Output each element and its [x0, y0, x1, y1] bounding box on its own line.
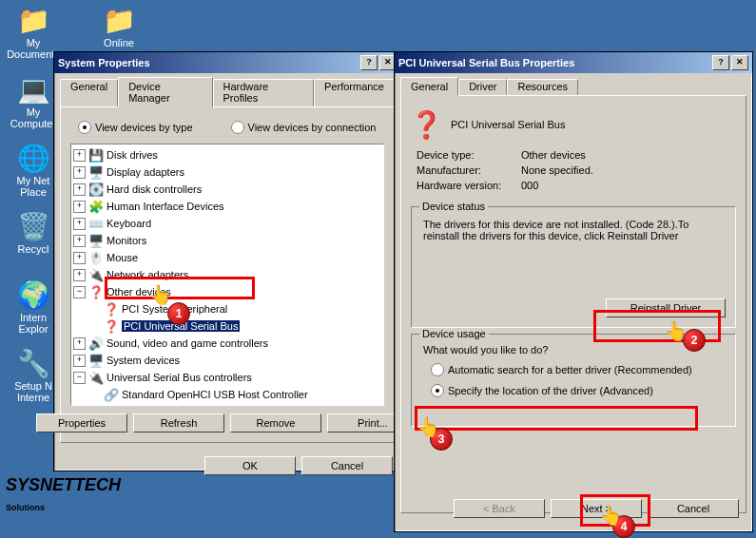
device-icon: 🖥️ — [88, 233, 104, 248]
tab-panel: ❓ PCI Universal Serial Bus Device type:O… — [400, 95, 746, 513]
ok-button[interactable]: OK — [204, 456, 296, 475]
tree-item[interactable]: +💽Hard disk controllers — [73, 181, 381, 198]
tree-item[interactable]: +🖥️System devices — [73, 352, 381, 369]
device-usage-group: Device usage What would you like to do? … — [411, 334, 736, 427]
tree-item[interactable]: −🔌Universal Serial Bus controllers — [73, 369, 381, 386]
tree-expander[interactable]: − — [73, 286, 86, 298]
tree-item[interactable]: +🖥️Monitors — [73, 232, 381, 249]
reinstall-driver-button[interactable]: Reinstall Driver — [606, 298, 726, 317]
tree-item[interactable]: +🖥️Display adapters — [73, 163, 381, 181]
tree-expander[interactable]: + — [73, 337, 86, 350]
folder-icon: 📁 — [18, 5, 48, 35]
question-icon: ❓ — [411, 109, 441, 140]
device-icon: 🖱️ — [88, 250, 104, 265]
tabs: General Device Manager Hardware Profiles… — [54, 73, 400, 106]
desktop-icon-online[interactable]: 📁Online — [90, 5, 147, 48]
close-button[interactable]: ✕ — [731, 55, 748, 70]
tree-item[interactable]: +⌨️Keyboard — [73, 215, 381, 232]
device-icon: ⌨️ — [88, 216, 104, 231]
cancel-button[interactable]: Cancel — [648, 499, 739, 518]
tree-item[interactable]: +🖱️Mouse — [73, 249, 381, 266]
manufacturer-value: None specified. — [521, 164, 593, 176]
device-name: PCI Universal Serial Bus — [451, 119, 565, 130]
tree-expander[interactable]: + — [73, 269, 86, 281]
tree-item[interactable]: −❓Other devices — [73, 283, 381, 300]
hardware-version-value: 000 — [521, 180, 538, 191]
remove-button[interactable]: Remove — [230, 413, 321, 432]
radio-auto-search[interactable]: Automatic search for a better driver (Re… — [419, 361, 727, 378]
tree-item[interactable]: +💾Disk drives — [73, 146, 381, 163]
titlebar[interactable]: PCI Universal Serial Bus Properties ? ✕ — [395, 52, 752, 73]
tree-item[interactable]: ❓PCI Universal Serial Bus — [73, 317, 381, 335]
radio-view-by-type[interactable]: View devices by type — [78, 121, 193, 134]
device-usage-legend: Device usage — [419, 328, 489, 339]
tree-expander[interactable]: + — [73, 235, 86, 247]
tree-expander[interactable]: + — [73, 183, 86, 196]
tab-general[interactable]: General — [60, 79, 118, 106]
tree-item[interactable]: 🔗USB Root Hub — [73, 403, 381, 406]
folder-icon: 📁 — [104, 5, 134, 35]
device-icon: 🔌 — [88, 267, 104, 282]
trash-icon: 🗑️ — [18, 211, 48, 241]
wrench-icon: 🔧 — [18, 348, 48, 378]
tree-label: Monitors — [107, 235, 146, 246]
tab-device-manager[interactable]: Device Manager — [118, 77, 212, 107]
tree-label: Keyboard — [107, 218, 151, 229]
tab-driver[interactable]: Driver — [458, 79, 507, 95]
tree-label: Other devices — [107, 286, 171, 298]
tree-label: PCI Universal Serial Bus — [122, 320, 240, 332]
tree-expander[interactable]: + — [73, 166, 86, 179]
radio-specify-location[interactable]: Specify the location of the driver (Adva… — [419, 378, 727, 403]
device-type-value: Other devices — [521, 149, 586, 161]
tree-label: Mouse — [107, 252, 138, 263]
computer-icon: 💻 — [18, 74, 48, 105]
device-icon: 🖥️ — [88, 353, 104, 368]
tab-performance[interactable]: Performance — [314, 79, 395, 106]
device-icon: 🔗 — [104, 404, 119, 406]
tab-general[interactable]: General — [400, 77, 458, 96]
back-button[interactable]: < Back — [454, 499, 545, 518]
device-type-label: Device type: — [417, 149, 521, 161]
tab-resources[interactable]: Resources — [507, 79, 578, 95]
tree-label: Display adapters — [107, 166, 184, 178]
device-icon: 💾 — [88, 147, 104, 163]
tree-item[interactable]: +🧩Human Interface Devices — [73, 198, 381, 215]
device-icon: 🧩 — [88, 199, 104, 214]
next-button[interactable]: Next > — [551, 499, 642, 518]
device-tree[interactable]: +💾Disk drives+🖥️Display adapters+💽Hard d… — [70, 144, 384, 406]
radio-view-by-connection[interactable]: View devices by connection — [231, 121, 377, 134]
device-icon: 🔗 — [104, 387, 119, 402]
device-status-legend: Device status — [419, 201, 488, 212]
device-icon: 💽 — [88, 182, 104, 197]
device-icon: 🔊 — [88, 336, 104, 351]
tree-expander[interactable]: + — [73, 218, 86, 230]
tree-expander[interactable]: + — [73, 252, 86, 264]
tab-hardware-profiles[interactable]: Hardware Profiles — [213, 79, 314, 106]
refresh-button[interactable]: Refresh — [133, 413, 224, 432]
tree-expander[interactable]: + — [73, 355, 86, 367]
properties-button[interactable]: Properties — [36, 413, 127, 432]
window-title: System Properties — [58, 57, 150, 68]
tree-item[interactable]: +🔊Sound, video and game controllers — [73, 335, 381, 352]
tree-label: Human Interface Devices — [107, 201, 224, 212]
device-icon: ❓ — [104, 318, 119, 334]
device-status-text: The drivers for this device are not inst… — [419, 215, 727, 245]
globe-icon: 🌐 — [18, 143, 48, 173]
cancel-button[interactable]: Cancel — [301, 456, 393, 475]
tree-item[interactable]: +🔌Network adapters — [73, 266, 381, 283]
tree-expander[interactable]: + — [73, 201, 86, 213]
titlebar[interactable]: System Properties ? ✕ — [54, 52, 400, 73]
manufacturer-label: Manufacturer: — [417, 164, 521, 176]
tree-label: Universal Serial Bus controllers — [107, 372, 252, 383]
help-button[interactable]: ? — [360, 55, 378, 70]
tree-item[interactable]: ❓PCI System Peripheral — [73, 300, 381, 317]
tree-label: PCI System Peripheral — [122, 303, 227, 315]
tree-item[interactable]: 🔗Standard OpenHCI USB Host Controller — [73, 386, 381, 403]
tree-label: System devices — [107, 355, 180, 366]
tree-label: Network adapters — [107, 269, 188, 280]
tree-expander[interactable]: + — [73, 149, 86, 162]
help-button[interactable]: ? — [712, 55, 729, 70]
tree-label: Sound, video and game controllers — [107, 337, 268, 349]
tree-expander[interactable]: − — [73, 372, 86, 384]
device-icon: 🔌 — [88, 370, 104, 385]
